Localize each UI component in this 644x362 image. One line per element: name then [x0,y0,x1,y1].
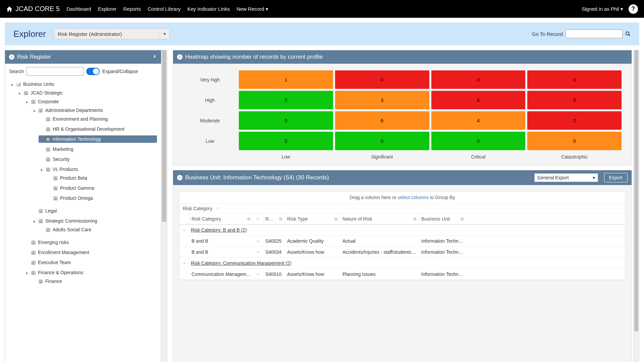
building-icon [38,279,43,284]
expand-toggle[interactable] [86,68,100,75]
signed-in-menu[interactable]: Signed in as Phil ▾ [582,6,623,12]
nav-control-library[interactable]: Control Library [148,6,180,12]
caret-down-icon: ▾ [621,6,623,12]
collapse-icon[interactable]: − [177,54,182,60]
nav-dashboard[interactable]: Dashboard [66,6,91,12]
gear-icon[interactable]: ⚙ [247,217,251,222]
building-icon [38,219,43,223]
tree: ▲ Business Units ▲ JCAD Strategic [9,79,157,290]
search-icon[interactable] [625,31,631,37]
heatmap-cell[interactable]: 0 [527,132,622,150]
table-row[interactable]: B and B→S40034Assets/Know howAccidents/I… [179,247,625,258]
tree-node-adults-social[interactable]: Adults Social Care [39,226,157,233]
table-row[interactable]: B and B→S40025Academic QualityActualInfo… [179,236,625,247]
nav-new-record[interactable]: New Record ▾ [236,6,268,12]
heatmap-cell[interactable]: 6 [335,111,429,130]
th-risk-category[interactable]: Risk Category⚙ [190,214,253,224]
tree-node-admin-depts[interactable]: ▲ Administrative Departments [31,107,157,114]
building-icon [38,108,43,113]
group-label: Risk Category: B and B (2) [191,227,247,233]
collapse-icon[interactable]: − [183,260,187,266]
group-header[interactable]: −Risk Category: Communication Management… [179,258,625,269]
tree-node-strategic-comm[interactable]: ▲Strategic Commissioning [31,217,157,225]
scroll-thumb[interactable] [634,50,638,331]
tree-node-legal[interactable]: Legal [31,207,157,215]
heatmap-cell[interactable]: 2 [239,132,333,150]
tree-node-executive-team[interactable]: Executive Team [24,259,157,266]
sort-column[interactable]: Risk Category [183,206,212,211]
gear-icon[interactable]: ⚙ [334,217,338,222]
collapse-icon[interactable]: − [9,54,14,60]
export-select[interactable]: General Export ▾ [534,173,598,182]
collapse-icon[interactable]: − [183,227,187,233]
export-button[interactable]: Export [604,173,628,182]
tree-node-vl-products[interactable]: ▲VL Products [39,166,157,173]
scrollbar[interactable] [161,50,167,362]
heatmap-cell[interactable]: 3 [335,91,429,109]
table-row[interactable]: Communication Management→S40010Assets/Kn… [179,269,625,280]
tree-body: Search Expand/Collapse ▲ Business Units [5,64,161,362]
sort-row: Risk Category ↑ [179,204,625,214]
gear-icon[interactable]: ⚙ [460,217,464,222]
heatmap-cell[interactable]: 0 [335,132,429,150]
heatmap-cell[interactable]: 0 [527,70,622,89]
scroll-thumb[interactable] [162,50,166,222]
collapse-icon[interactable]: − [177,175,182,180]
heatmap-cell[interactable]: 0 [335,70,429,89]
heatmap-cell[interactable]: 6 [431,91,526,109]
select-columns-link[interactable]: select columns [398,195,429,200]
group-header[interactable]: −Risk Category: B and B (2) [179,225,625,236]
scrollbar[interactable] [633,50,639,362]
th-nature[interactable]: Nature of Risk⚙ [340,214,419,224]
nav-key-indicator-links[interactable]: Key Indicator Links [187,6,230,12]
th-business-unit[interactable]: Business Unit⚙ [419,214,466,224]
chevron-down-icon: ▲ [33,219,36,223]
goto-input[interactable] [566,29,623,38]
tree-node-corporate[interactable]: ▲ Corporate [24,98,157,105]
cell-bu: Information Technology [419,269,466,280]
right-column: − Heatmap showing number of records by c… [173,50,632,362]
gear-icon[interactable]: ⚙ [413,217,417,222]
sort-asc-icon[interactable]: ↑ [216,206,219,211]
tree-node-product-beta[interactable]: Product Beta [46,174,157,182]
tree-node-security[interactable]: Security [39,156,157,163]
tree-node-jcad-strategic[interactable]: ▲ JCAD Strategic [16,89,157,97]
heatmap-cell[interactable]: 2 [239,91,333,109]
tree-search-input[interactable] [26,67,84,76]
heatmap-cell[interactable]: 0 [431,132,526,150]
nav-explorer[interactable]: Explorer [98,6,117,12]
brand[interactable]: JCAD CORE 5 [6,5,60,13]
tree-node-business-units[interactable]: ▲ Business Units [9,80,157,88]
heatmap-cell[interactable]: 4 [431,111,526,130]
view-select[interactable]: Risk Register (Administrator) ▾ [54,28,170,39]
th-risk-type[interactable]: Risk Type⚙ [285,214,340,224]
tree-node-emerging-risks[interactable]: Emerging risks [24,239,157,246]
th-arrow[interactable]: → [253,214,263,224]
open-record-icon[interactable]: → [255,272,260,277]
tree-node-info-tech[interactable]: Information Technology [39,135,157,143]
tree-node-marketing[interactable]: Marketing [39,145,157,153]
tree-node-enrollment[interactable]: Enrollment Management [24,249,157,256]
open-record-icon[interactable]: → [255,249,260,255]
building-icon [38,208,43,213]
tree-node-hr-org[interactable]: HR & Organisational Development [39,125,157,133]
heatmap-cell[interactable]: 1 [239,70,333,89]
heatmap-cell[interactable]: 2 [527,111,622,130]
heatmap-cell[interactable]: 0 [239,111,333,130]
gear-icon[interactable]: ⚙ [279,217,283,222]
chevron-down-icon: ▲ [25,100,29,104]
pin-icon[interactable] [152,55,157,59]
th-ref[interactable]: R…⚙ [263,214,285,224]
tree-node-product-gamma[interactable]: Product Gamma [46,184,157,192]
heatmap-cell[interactable]: 0 [527,91,622,109]
building-icon [45,127,51,131]
tree-node-finance[interactable]: Finance [31,278,157,285]
open-record-icon[interactable]: → [255,238,260,244]
tree-node-product-omega[interactable]: Product Omega [46,194,157,202]
nav-reports[interactable]: Reports [123,6,141,12]
tree-node-env-planning[interactable]: Environment and Planning [39,115,157,123]
heatmap-cell[interactable]: 0 [431,70,526,89]
building-icon [45,167,51,172]
tree-node-fin-ops[interactable]: ▲Finance & Operations [24,269,157,276]
help-icon[interactable]: ? [629,4,638,14]
